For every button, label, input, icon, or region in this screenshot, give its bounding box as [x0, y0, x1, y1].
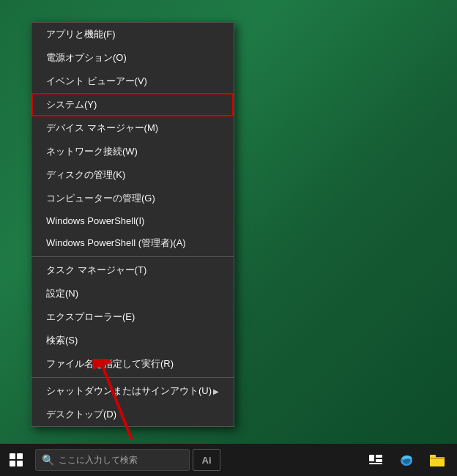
menu-item-powershell[interactable]: Windows PowerShell(I)	[31, 210, 234, 231]
windows-icon	[10, 453, 23, 466]
search-box[interactable]: 🔍 ここに入力して検索	[35, 449, 190, 471]
explorer-button[interactable]	[423, 446, 451, 474]
svg-rect-5	[369, 463, 382, 464]
taskbar: 🔍 ここに入力して検索 Ai	[0, 444, 457, 476]
menu-item-apps-features[interactable]: アプリと機能(F)	[31, 23, 234, 46]
menu-item-system[interactable]: システム(Y)	[31, 93, 234, 116]
menu-item-task-manager[interactable]: タスク マネージャー(T)	[31, 259, 234, 282]
menu-separator	[31, 256, 234, 257]
start-button[interactable]	[0, 444, 32, 476]
cortana-button[interactable]: Ai	[193, 449, 220, 471]
svg-rect-4	[376, 459, 382, 462]
menu-item-run[interactable]: ファイル名を指定して実行(R)	[31, 352, 234, 376]
context-menu: アプリと機能(F)電源オプション(O)イベント ビューアー(V)システム(Y)デ…	[31, 22, 234, 427]
menu-item-power-options[interactable]: 電源オプション(O)	[31, 46, 234, 70]
menu-separator	[31, 377, 234, 378]
menu-item-shutdown[interactable]: シャットダウンまたはサインアウト(U)▶	[31, 379, 234, 403]
menu-item-disk-management[interactable]: ディスクの管理(K)	[31, 163, 234, 187]
menu-item-device-manager[interactable]: デバイス マネージャー(M)	[31, 116, 234, 140]
menu-item-explorer[interactable]: エクスプローラー(E)	[31, 305, 234, 329]
submenu-arrow-icon: ▶	[213, 387, 219, 395]
desktop: アプリと機能(F)電源オプション(O)イベント ビューアー(V)システム(Y)デ…	[0, 0, 457, 476]
svg-rect-2	[369, 455, 374, 461]
menu-item-desktop-item[interactable]: デスクトップ(D)	[31, 403, 234, 426]
svg-rect-3	[376, 455, 382, 458]
edge-icon	[399, 453, 414, 467]
menu-item-event-viewer[interactable]: イベント ビューアー(V)	[31, 70, 234, 93]
taskview-icon	[369, 455, 382, 465]
menu-item-search[interactable]: 検索(S)	[31, 329, 234, 352]
menu-item-settings[interactable]: 設定(N)	[31, 282, 234, 305]
svg-rect-10	[430, 455, 436, 458]
edge-button[interactable]	[393, 446, 420, 474]
menu-item-powershell-admin[interactable]: Windows PowerShell (管理者)(A)	[31, 231, 234, 255]
explorer-icon	[430, 453, 445, 466]
taskbar-icons	[362, 446, 457, 474]
taskview-button[interactable]	[362, 446, 390, 474]
menu-item-computer-management[interactable]: コンピューターの管理(G)	[31, 187, 234, 210]
cortana-label: Ai	[202, 455, 212, 466]
menu-item-network[interactable]: ネットワーク接続(W)	[31, 140, 234, 163]
search-icon: 🔍	[42, 454, 54, 466]
search-placeholder: ここに入力して検索	[59, 454, 138, 466]
